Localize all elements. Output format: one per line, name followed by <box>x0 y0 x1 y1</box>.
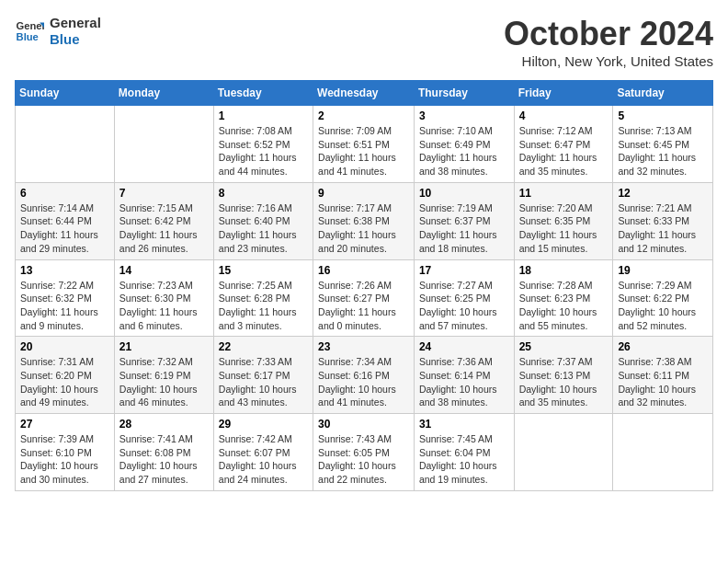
calendar-cell <box>16 106 115 183</box>
logo-line2: Blue <box>50 31 101 48</box>
day-number: 25 <box>519 340 609 353</box>
day-detail: Sunrise: 7:23 AM Sunset: 6:30 PM Dayligh… <box>119 279 209 333</box>
day-number: 31 <box>419 418 509 431</box>
logo: General Blue General Blue <box>15 15 101 48</box>
day-detail: Sunrise: 7:16 AM Sunset: 6:40 PM Dayligh… <box>219 201 308 256</box>
day-detail: Sunrise: 7:26 AM Sunset: 6:27 PM Dayligh… <box>318 279 409 333</box>
day-header-sunday: Sunday <box>16 81 115 106</box>
calendar-week-5: 27Sunrise: 7:39 AM Sunset: 6:10 PM Dayli… <box>16 414 713 491</box>
day-number: 24 <box>419 340 509 353</box>
calendar-cell: 21Sunrise: 7:32 AM Sunset: 6:19 PM Dayli… <box>114 337 213 414</box>
day-header-thursday: Thursday <box>414 81 514 106</box>
day-detail: Sunrise: 7:13 AM Sunset: 6:45 PM Dayligh… <box>618 124 708 178</box>
month-title: October 2024 <box>504 15 713 53</box>
day-detail: Sunrise: 7:09 AM Sunset: 6:51 PM Dayligh… <box>318 124 409 178</box>
calendar-cell: 15Sunrise: 7:25 AM Sunset: 6:28 PM Dayli… <box>213 259 313 337</box>
calendar-cell: 11Sunrise: 7:20 AM Sunset: 6:35 PM Dayli… <box>514 182 613 259</box>
day-number: 2 <box>318 109 409 122</box>
title-block: October 2024 Hilton, New York, United St… <box>504 15 713 69</box>
calendar-cell: 13Sunrise: 7:22 AM Sunset: 6:32 PM Dayli… <box>16 259 115 337</box>
day-header-wednesday: Wednesday <box>313 81 415 106</box>
day-header-saturday: Saturday <box>613 81 713 106</box>
day-number: 14 <box>119 264 209 277</box>
day-detail: Sunrise: 7:17 AM Sunset: 6:38 PM Dayligh… <box>318 201 409 256</box>
calendar-cell: 4Sunrise: 7:12 AM Sunset: 6:47 PM Daylig… <box>514 106 613 183</box>
calendar-cell <box>613 414 713 491</box>
calendar-cell: 25Sunrise: 7:37 AM Sunset: 6:13 PM Dayli… <box>514 337 613 414</box>
logo-line1: General <box>50 15 101 31</box>
day-number: 27 <box>20 418 109 431</box>
calendar-cell: 7Sunrise: 7:15 AM Sunset: 6:42 PM Daylig… <box>114 182 213 259</box>
day-detail: Sunrise: 7:10 AM Sunset: 6:49 PM Dayligh… <box>419 124 509 178</box>
day-detail: Sunrise: 7:33 AM Sunset: 6:17 PM Dayligh… <box>219 355 308 409</box>
calendar-cell: 2Sunrise: 7:09 AM Sunset: 6:51 PM Daylig… <box>313 106 415 183</box>
day-detail: Sunrise: 7:08 AM Sunset: 6:52 PM Dayligh… <box>219 124 308 178</box>
calendar-table: SundayMondayTuesdayWednesdayThursdayFrid… <box>15 80 713 491</box>
calendar-cell: 14Sunrise: 7:23 AM Sunset: 6:30 PM Dayli… <box>114 259 213 337</box>
calendar-cell: 17Sunrise: 7:27 AM Sunset: 6:25 PM Dayli… <box>414 259 514 337</box>
day-detail: Sunrise: 7:34 AM Sunset: 6:16 PM Dayligh… <box>318 355 409 409</box>
calendar-cell: 18Sunrise: 7:28 AM Sunset: 6:23 PM Dayli… <box>514 259 613 337</box>
day-number: 6 <box>20 187 109 200</box>
day-number: 19 <box>618 264 708 277</box>
day-number: 11 <box>519 187 609 200</box>
calendar-cell: 23Sunrise: 7:34 AM Sunset: 6:16 PM Dayli… <box>313 337 415 414</box>
calendar-cell: 5Sunrise: 7:13 AM Sunset: 6:45 PM Daylig… <box>613 106 713 183</box>
day-number: 7 <box>119 187 209 200</box>
day-detail: Sunrise: 7:14 AM Sunset: 6:44 PM Dayligh… <box>20 201 109 256</box>
day-detail: Sunrise: 7:41 AM Sunset: 6:08 PM Dayligh… <box>119 432 209 487</box>
calendar-cell: 22Sunrise: 7:33 AM Sunset: 6:17 PM Dayli… <box>213 337 313 414</box>
calendar-week-1: 1Sunrise: 7:08 AM Sunset: 6:52 PM Daylig… <box>16 106 713 183</box>
day-detail: Sunrise: 7:15 AM Sunset: 6:42 PM Dayligh… <box>119 201 209 256</box>
day-number: 16 <box>318 264 409 277</box>
day-number: 29 <box>219 418 308 431</box>
day-detail: Sunrise: 7:38 AM Sunset: 6:11 PM Dayligh… <box>618 355 708 409</box>
calendar-cell: 10Sunrise: 7:19 AM Sunset: 6:37 PM Dayli… <box>414 182 514 259</box>
day-header-friday: Friday <box>514 81 613 106</box>
day-detail: Sunrise: 7:29 AM Sunset: 6:22 PM Dayligh… <box>618 279 708 333</box>
calendar-cell: 1Sunrise: 7:08 AM Sunset: 6:52 PM Daylig… <box>213 106 313 183</box>
day-number: 4 <box>519 109 609 122</box>
day-detail: Sunrise: 7:39 AM Sunset: 6:10 PM Dayligh… <box>20 432 109 487</box>
calendar-cell: 24Sunrise: 7:36 AM Sunset: 6:14 PM Dayli… <box>414 337 514 414</box>
day-detail: Sunrise: 7:31 AM Sunset: 6:20 PM Dayligh… <box>20 355 109 409</box>
day-number: 26 <box>618 340 708 353</box>
day-number: 22 <box>219 340 308 353</box>
day-detail: Sunrise: 7:25 AM Sunset: 6:28 PM Dayligh… <box>219 279 308 333</box>
calendar-body: 1Sunrise: 7:08 AM Sunset: 6:52 PM Daylig… <box>16 106 713 491</box>
day-number: 8 <box>219 187 308 200</box>
day-detail: Sunrise: 7:27 AM Sunset: 6:25 PM Dayligh… <box>419 279 509 333</box>
page-header: General Blue General Blue October 2024 H… <box>15 15 713 69</box>
calendar-cell: 29Sunrise: 7:42 AM Sunset: 6:07 PM Dayli… <box>213 414 313 491</box>
day-number: 12 <box>618 187 708 200</box>
calendar-cell: 20Sunrise: 7:31 AM Sunset: 6:20 PM Dayli… <box>16 337 115 414</box>
day-number: 20 <box>20 340 109 353</box>
calendar-cell: 8Sunrise: 7:16 AM Sunset: 6:40 PM Daylig… <box>213 182 313 259</box>
day-header-tuesday: Tuesday <box>213 81 313 106</box>
day-detail: Sunrise: 7:42 AM Sunset: 6:07 PM Dayligh… <box>219 432 308 487</box>
svg-text:General: General <box>17 20 44 31</box>
calendar-cell: 16Sunrise: 7:26 AM Sunset: 6:27 PM Dayli… <box>313 259 415 337</box>
calendar-cell: 3Sunrise: 7:10 AM Sunset: 6:49 PM Daylig… <box>414 106 514 183</box>
calendar-week-2: 6Sunrise: 7:14 AM Sunset: 6:44 PM Daylig… <box>16 182 713 259</box>
day-detail: Sunrise: 7:37 AM Sunset: 6:13 PM Dayligh… <box>519 355 609 409</box>
day-number: 17 <box>419 264 509 277</box>
day-header-monday: Monday <box>114 81 213 106</box>
day-detail: Sunrise: 7:20 AM Sunset: 6:35 PM Dayligh… <box>519 201 609 256</box>
day-number: 15 <box>219 264 308 277</box>
day-number: 23 <box>318 340 409 353</box>
day-detail: Sunrise: 7:21 AM Sunset: 6:33 PM Dayligh… <box>618 201 708 256</box>
day-number: 28 <box>119 418 209 431</box>
day-number: 5 <box>618 109 708 122</box>
location: Hilton, New York, United States <box>504 53 713 69</box>
day-detail: Sunrise: 7:43 AM Sunset: 6:05 PM Dayligh… <box>318 432 409 487</box>
day-number: 30 <box>318 418 409 431</box>
day-number: 9 <box>318 187 409 200</box>
calendar-cell: 9Sunrise: 7:17 AM Sunset: 6:38 PM Daylig… <box>313 182 415 259</box>
day-detail: Sunrise: 7:22 AM Sunset: 6:32 PM Dayligh… <box>20 279 109 333</box>
calendar-cell: 28Sunrise: 7:41 AM Sunset: 6:08 PM Dayli… <box>114 414 213 491</box>
calendar-cell: 26Sunrise: 7:38 AM Sunset: 6:11 PM Dayli… <box>613 337 713 414</box>
calendar-cell: 19Sunrise: 7:29 AM Sunset: 6:22 PM Dayli… <box>613 259 713 337</box>
calendar-cell <box>114 106 213 183</box>
day-detail: Sunrise: 7:45 AM Sunset: 6:04 PM Dayligh… <box>419 432 509 487</box>
